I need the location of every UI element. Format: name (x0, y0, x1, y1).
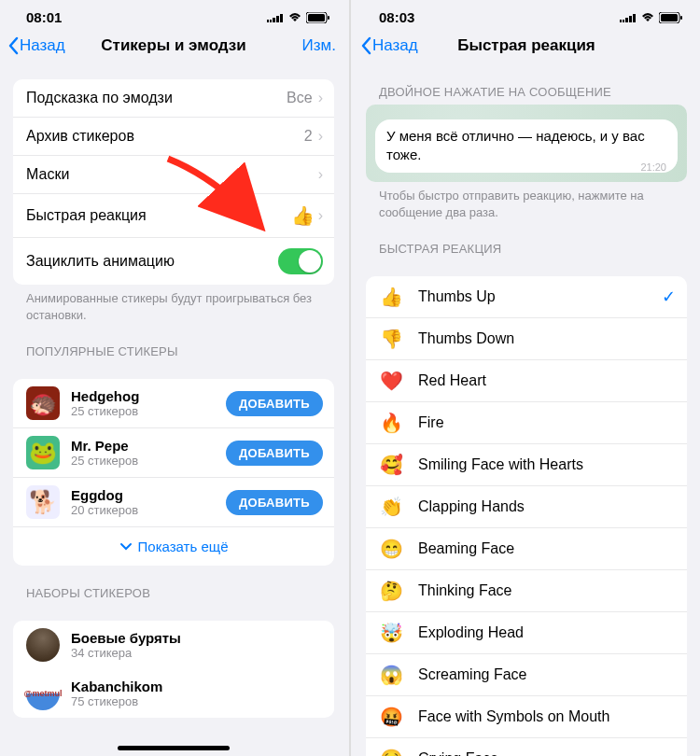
separator (349, 0, 351, 756)
reaction-row[interactable]: 👎Thumbs Down (366, 318, 687, 360)
reaction-row[interactable]: 🤯Exploding Head (366, 612, 687, 654)
reaction-row[interactable]: 😢Crying Face (366, 738, 687, 756)
reaction-row[interactable]: 🥰Smiling Face with Hearts (366, 444, 687, 486)
home-indicator[interactable] (118, 746, 230, 750)
svg-rect-15 (680, 16, 682, 20)
reaction-emoji: 🥰 (379, 454, 405, 476)
set-info: Боевые буряты 34 стикера (71, 630, 323, 660)
set-row[interactable]: @metmul Kabanchikom 75 стикеров (13, 669, 334, 718)
pack-count: 25 стикеров (71, 404, 226, 418)
reaction-row[interactable]: ❤️Red Heart (366, 360, 687, 402)
pack-row[interactable]: 🐸 Mr. Pepe 25 стикеров ДОБАВИТЬ (13, 428, 334, 478)
phone-right: 08:03 Назад Быстрая реакция ДВОЙНОЕ НАЖА… (353, 0, 700, 756)
reaction-name: Exploding Head (418, 624, 676, 641)
status-bar: 08:01 (0, 0, 347, 31)
reaction-row[interactable]: 😱Screaming Face (366, 654, 687, 696)
content-area: ДВОЙНОЕ НАЖАТИЕ НА СООБЩЕНИЕ У меня всё … (353, 64, 700, 756)
set-name: Kabanchikom (71, 679, 323, 694)
reaction-name: Crying Face (418, 750, 676, 756)
row-quick-reaction[interactable]: Быстрая реакция 👍 › (13, 194, 334, 238)
nav-bar: Назад Быстрая реакция (353, 31, 700, 64)
chevron-left-icon (360, 36, 371, 55)
sets-header: НАБОРЫ СТИКЕРОВ (13, 566, 334, 606)
pack-name: Eggdog (71, 487, 226, 503)
bubble-time: 21:20 (640, 161, 666, 175)
status-icons (267, 12, 330, 23)
add-button[interactable]: ДОБАВИТЬ (226, 391, 323, 416)
popular-packs: 🦔 Hedgehog 25 стикеров ДОБАВИТЬ 🐸 Mr. Pe… (13, 379, 334, 566)
reaction-row[interactable]: 👍Thumbs Up✓ (366, 276, 687, 318)
pack-icon-hedgehog: 🦔 (26, 386, 60, 420)
svg-rect-1 (270, 20, 272, 22)
pack-row[interactable]: 🐕 Eggdog 20 стикеров ДОБАВИТЬ (13, 478, 334, 527)
row-loop-animation: Зациклить анимацию (13, 238, 334, 285)
svg-rect-0 (267, 20, 269, 22)
set-icon (26, 628, 60, 662)
row-label: Быстрая реакция (26, 207, 291, 224)
checkmark-icon: ✓ (662, 287, 676, 307)
reaction-name: Smiling Face with Hearts (418, 456, 676, 473)
status-bar: 08:03 (353, 0, 700, 31)
reaction-row[interactable]: 🤬Face with Symbols on Mouth (366, 696, 687, 738)
reaction-emoji: 🤔 (379, 580, 405, 602)
double-tap-header: ДВОЙНОЕ НАЖАТИЕ НА СООБЩЕНИЕ (366, 64, 687, 105)
pack-count: 25 стикеров (71, 454, 226, 468)
reaction-emoji: ❤️ (379, 370, 405, 392)
reaction-name: Fire (418, 414, 676, 431)
row-label: Зациклить анимацию (26, 253, 278, 270)
row-emoji-suggestions[interactable]: Подсказка по эмодзи Все › (13, 79, 334, 118)
bubble-text: У меня всё отлично — надеюсь, и у вас то… (386, 128, 645, 162)
reaction-row[interactable]: 🔥Fire (366, 402, 687, 444)
reaction-row[interactable]: 👏Clapping Hands (366, 486, 687, 528)
pack-count: 20 стикеров (71, 503, 226, 517)
svg-rect-12 (633, 14, 636, 22)
svg-rect-7 (328, 16, 329, 20)
pack-info: Hedgehog 25 стикеров (71, 388, 226, 418)
reaction-name: Clapping Hands (418, 498, 676, 515)
sticker-sets: Боевые буряты 34 стикера @metmul Kabanch… (13, 621, 334, 718)
reactions-list: 👍Thumbs Up✓👎Thumbs Down❤️Red Heart🔥Fire🥰… (366, 276, 687, 756)
pack-row[interactable]: 🦔 Hedgehog 25 стикеров ДОБАВИТЬ (13, 379, 334, 428)
row-value: 2 (304, 128, 313, 145)
edit-button[interactable]: Изм. (302, 36, 336, 55)
page-title: Быстрая реакция (457, 36, 595, 55)
svg-rect-11 (629, 16, 632, 22)
reaction-name: Red Heart (418, 372, 676, 389)
set-icon: @metmul (26, 677, 60, 710)
message-bubble[interactable]: У меня всё отлично — надеюсь, и у вас то… (375, 119, 678, 173)
set-info: Kabanchikom 75 стикеров (71, 679, 323, 708)
reaction-emoji: 😱 (379, 664, 405, 686)
set-count: 75 стикеров (71, 694, 323, 708)
back-button[interactable]: Назад (360, 36, 418, 55)
nav-bar: Назад Стикеры и эмодзи Изм. (0, 31, 347, 64)
loop-toggle[interactable] (278, 248, 323, 274)
set-row[interactable]: Боевые буряты 34 стикера (13, 621, 334, 669)
add-button[interactable]: ДОБАВИТЬ (226, 441, 323, 466)
reaction-emoji: 👍 (379, 286, 405, 308)
reaction-emoji: 👏 (379, 496, 405, 518)
reaction-row[interactable]: 🤔Thinking Face (366, 570, 687, 612)
reaction-name: Thumbs Up (418, 288, 662, 305)
add-button[interactable]: ДОБАВИТЬ (226, 490, 323, 515)
loop-footer: Анимированные стикеры будут проигрыватьс… (13, 285, 334, 324)
svg-rect-3 (276, 16, 279, 22)
svg-rect-6 (308, 14, 325, 21)
content-area: Подсказка по эмодзи Все › Архив стикеров… (0, 64, 347, 746)
set-count: 34 стикера (71, 646, 323, 660)
reaction-name: Thumbs Down (418, 330, 676, 347)
back-button[interactable]: Назад (7, 36, 65, 55)
reaction-name: Screaming Face (418, 666, 676, 683)
preview-area: У меня всё отлично — надеюсь, и у вас то… (366, 105, 687, 182)
reaction-row[interactable]: 😁Beaming Face (366, 528, 687, 570)
row-label: Маски (26, 166, 318, 183)
wifi-icon (287, 12, 302, 23)
reaction-emoji: 🔥 (379, 412, 405, 434)
chevron-down-icon (119, 542, 133, 552)
row-label: Архив стикеров (26, 128, 304, 145)
show-more-button[interactable]: Показать ещё (13, 527, 334, 566)
reaction-emoji: 🤯 (379, 622, 405, 644)
row-value: Все (287, 90, 313, 106)
row-sticker-archive[interactable]: Архив стикеров 2 › (13, 118, 334, 156)
row-masks[interactable]: Маски › (13, 156, 334, 194)
chevron-right-icon: › (318, 90, 323, 106)
